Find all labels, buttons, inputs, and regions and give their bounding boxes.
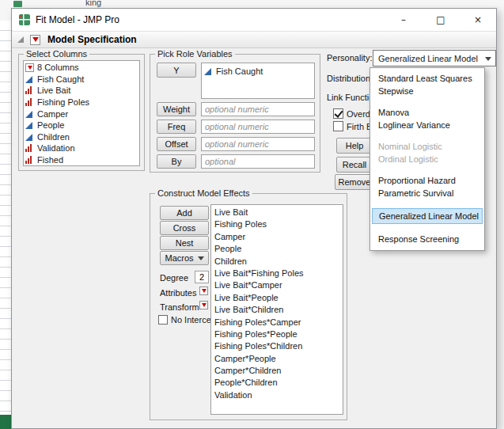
continuous-icon [25, 121, 34, 129]
column-item[interactable]: Fished [25, 154, 139, 166]
effect-item[interactable]: Camper*People [214, 353, 343, 365]
model-specification-header: Model Specification [12, 31, 496, 48]
model-spec-red-triangle-button[interactable] [30, 35, 40, 45]
menu-item[interactable]: Response Screening [370, 233, 484, 245]
column-name: Fishing Poles [37, 97, 89, 107]
red-triangle-icon [202, 289, 207, 293]
column-item[interactable]: Children [25, 131, 139, 143]
attributes-red-triangle-button[interactable] [199, 287, 208, 295]
menu-group: Standard Least SquaresStepwise [370, 72, 484, 97]
select-columns-panel: Select Columns 8 Columns Fish CaughtLive… [18, 54, 145, 171]
column-name: Children [37, 132, 70, 142]
freq-input[interactable] [201, 120, 315, 134]
continuous-icon [25, 75, 34, 83]
no-intercept-checkbox[interactable]: No Intercept [158, 315, 218, 325]
columns-count-label: 8 Columns [37, 63, 79, 72]
macros-button[interactable]: Macros [160, 251, 209, 265]
y-variable-item[interactable]: Fish Caught [204, 66, 312, 76]
effect-item[interactable]: Live Bait*Camper [214, 279, 343, 291]
by-input[interactable] [201, 154, 315, 169]
degree-input[interactable] [195, 271, 209, 283]
chevron-down-icon [198, 256, 204, 260]
effect-item[interactable]: Live Bait [214, 207, 343, 218]
weight-input[interactable] [201, 102, 315, 116]
disclosure-triangle-icon[interactable] [17, 36, 24, 43]
continuous-icon [25, 133, 34, 141]
offset-input[interactable] [201, 137, 315, 151]
maximize-button[interactable]: □ [423, 9, 459, 30]
effect-item[interactable]: Live Bait*Fishing Poles [214, 268, 343, 279]
effect-item[interactable]: Fishing Poles*People [214, 328, 343, 340]
effect-item[interactable]: People*Children [214, 377, 343, 389]
menu-group: Generalized Linear Model [370, 208, 484, 224]
effect-item[interactable]: Fishing Poles*Camper [214, 317, 343, 328]
column-item[interactable]: Camper [25, 108, 139, 120]
column-item[interactable]: People [25, 120, 139, 131]
effect-item[interactable]: Live Bait*People [214, 292, 343, 304]
select-columns-legend: Select Columns [24, 49, 89, 59]
minimize-button[interactable]: – [385, 9, 422, 30]
effects-list[interactable]: Live BaitFishing PolesCamperPeopleChildr… [210, 204, 343, 415]
column-item[interactable]: Fish Caught [25, 74, 139, 85]
effect-item[interactable]: Camper*Children [214, 365, 343, 377]
menu-item[interactable]: Loglinear Variance [370, 119, 484, 131]
freq-role-button[interactable]: Freq [157, 120, 196, 134]
offset-role-button[interactable]: Offset [157, 137, 196, 151]
effect-item[interactable]: Live Bait*Children [214, 304, 343, 316]
effect-item[interactable]: Children [214, 256, 343, 268]
menu-item[interactable]: Proportional Hazard [370, 174, 484, 187]
menu-group: ManovaLoglinear Variance [370, 106, 484, 131]
add-button[interactable]: Add [160, 206, 209, 220]
fit-model-window: Fit Model - JMP Pro – □ × Model Specific… [11, 8, 497, 429]
columns-red-triangle-button[interactable] [25, 63, 34, 72]
nest-button[interactable]: Nest [160, 236, 209, 250]
menu-item[interactable]: Standard Least Squares [370, 72, 484, 85]
background-spreadsheet-cell [0, 415, 12, 429]
y-variable-name: Fish Caught [216, 66, 263, 76]
cross-button[interactable]: Cross [160, 221, 209, 235]
column-item[interactable]: Fishing Poles [25, 97, 139, 108]
menu-item[interactable]: Stepwise [370, 85, 484, 97]
menu-item[interactable]: Manova [370, 106, 484, 119]
effect-item[interactable]: Fishing Poles [214, 218, 343, 230]
effect-item[interactable]: People [214, 243, 343, 255]
y-role-button[interactable]: Y [157, 63, 196, 78]
recall-button[interactable]: Recall [336, 157, 373, 173]
continuous-icon [25, 110, 34, 118]
by-role-button[interactable]: By [157, 154, 196, 169]
remove-button[interactable]: Remove [335, 174, 374, 190]
column-name: Fished [37, 155, 63, 165]
personality-dropdown[interactable]: Generalized Linear Model [373, 50, 496, 66]
menu-group: Proportional HazardParametric Survival [370, 174, 484, 199]
distribution-label: Distribution: [327, 74, 373, 83]
construct-model-effects-panel: Construct Model Effects Add Cross Nest M… [150, 193, 347, 420]
macros-label: Macros [165, 253, 193, 263]
column-item[interactable]: Validation [25, 142, 139, 154]
effect-item[interactable]: Fishing Poles*Children [214, 340, 343, 352]
menu-group: Response Screening [370, 233, 484, 245]
red-triangle-icon [202, 303, 207, 307]
nominal-icon [25, 144, 34, 152]
columns-header-row: 8 Columns [25, 62, 139, 74]
help-button[interactable]: Help [336, 138, 373, 154]
continuous-triangle [204, 68, 211, 75]
degree-label: Degree [160, 273, 188, 283]
transform-red-triangle-button[interactable] [199, 301, 208, 309]
pick-role-variables-panel: Pick Role Variables Y Fish Caught Weight… [150, 54, 320, 173]
column-item[interactable]: Live Bait [25, 85, 139, 97]
close-button[interactable]: × [460, 9, 496, 30]
effect-item[interactable]: Camper [214, 231, 343, 243]
attributes-label: Attributes [160, 288, 196, 298]
weight-role-button[interactable]: Weight [157, 102, 196, 116]
effect-item[interactable]: Validation [214, 389, 343, 401]
personality-label: Personality: [327, 53, 372, 63]
continuous-icon [204, 67, 213, 75]
menu-item[interactable]: Parametric Survival [370, 187, 484, 199]
menu-item[interactable]: Generalized Linear Model [372, 208, 483, 224]
nominal-icon [25, 156, 34, 164]
model-spec-title: Model Specification [47, 34, 137, 45]
select-columns-list[interactable]: 8 Columns Fish CaughtLive BaitFishing Po… [23, 60, 140, 166]
menu-item: Ordinal Logistic [370, 153, 484, 165]
y-variables-box[interactable]: Fish Caught [201, 63, 315, 99]
menu-item: Nominal Logistic [370, 140, 484, 153]
